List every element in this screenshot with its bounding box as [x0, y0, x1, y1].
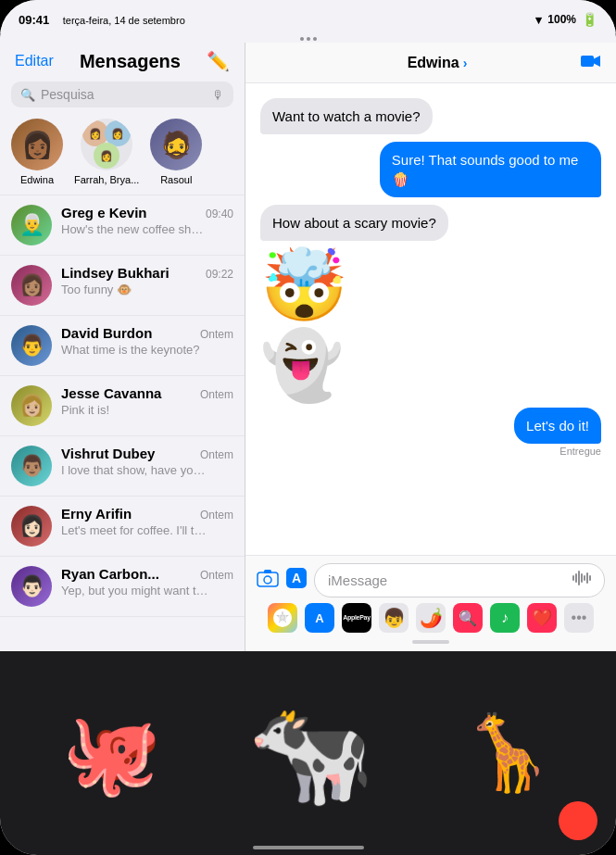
- messages-container: Want to watch a movie? Sure! That sounds…: [245, 83, 616, 555]
- search-strip-button[interactable]: 🔍: [453, 603, 483, 633]
- animoji-octopus[interactable]: 🐙: [62, 713, 161, 793]
- video-call-button[interactable]: [581, 52, 601, 73]
- photos-app-button[interactable]: [268, 603, 297, 633]
- chat-item-greg[interactable]: 👨‍🦳 Greg e Kevin 09:40 How's the new cof…: [0, 195, 245, 256]
- svg-rect-9: [581, 573, 583, 583]
- music-button[interactable]: ♪: [490, 603, 520, 633]
- pinned-contact-edwina[interactable]: 👩🏾 Edwina: [11, 119, 63, 185]
- chat-header-center[interactable]: Edwina ›: [408, 55, 468, 71]
- chat-area: Edwina › Want to watch a movie? Sure! Th…: [245, 43, 616, 651]
- more-apps-button[interactable]: •••: [564, 603, 594, 633]
- chat-time-vishrut: Ontem: [200, 448, 233, 461]
- memoji-button[interactable]: 👦: [379, 603, 409, 633]
- input-area: A iMessage: [245, 555, 616, 651]
- chat-item-erny[interactable]: 👩🏻 Erny Arifin Ontem Let's meet for coff…: [0, 497, 245, 557]
- avatar-erny: 👩🏻: [11, 506, 52, 547]
- chat-preview-ryan: Yep, but you might want to make it a sur…: [61, 584, 209, 597]
- svg-rect-6: [572, 575, 574, 581]
- chat-item-lindsey[interactable]: 👩🏽 Lindsey Bukhari 09:22 Too funny 🐵: [0, 256, 245, 316]
- memoji2-button[interactable]: 🌶️: [416, 603, 446, 633]
- avatar-group: 👩 👩 👩: [81, 119, 132, 170]
- chat-item-jesse[interactable]: 👩🏼 Jesse Cavanna Ontem Pink it is!: [0, 376, 245, 436]
- camera-button[interactable]: [257, 569, 279, 593]
- chat-preview-erny: Let's meet for coffee. I'll tell you all…: [61, 523, 209, 537]
- search-input[interactable]: Pesquisa: [41, 87, 207, 102]
- home-indicator: [253, 846, 364, 849]
- chat-info-david: David Burdon Ontem What time is the keyn…: [61, 325, 233, 357]
- contact-name-group: Farrah, Brya...: [74, 174, 139, 185]
- mic-icon[interactable]: 🎙: [212, 88, 224, 102]
- chat-time-david: Ontem: [200, 328, 233, 341]
- input-row: A iMessage: [257, 563, 605, 597]
- chat-info-jesse: Jesse Cavanna Ontem Pink it is!: [61, 385, 233, 417]
- avatar-vishrut: 👨🏽: [11, 446, 52, 486]
- chat-info-erny: Erny Arifin Ontem Let's meet for coffee.…: [61, 506, 233, 537]
- svg-rect-11: [586, 572, 588, 584]
- health-button[interactable]: ❤️: [527, 603, 557, 633]
- input-placeholder: iMessage: [328, 572, 572, 588]
- pinned-contacts: 👩🏾 Edwina 👩 👩 👩 Farrah, Brya... 🧔 Rasoul: [0, 115, 245, 195]
- bubble-received-2: How about a scary movie?: [260, 205, 448, 241]
- wifi-icon: ▾: [535, 13, 542, 27]
- message-want-movie: Want to watch a movie?: [260, 98, 601, 134]
- chat-preview-lindsey: Too funny 🐵: [61, 283, 209, 296]
- chat-name-jesse: Jesse Cavanna: [61, 385, 161, 401]
- pinned-contact-rasoul[interactable]: 🧔 Rasoul: [150, 119, 202, 185]
- edit-button[interactable]: Editar: [15, 53, 54, 69]
- chat-list: 👨‍🦳 Greg e Kevin 09:40 How's the new cof…: [0, 195, 245, 651]
- contact-name-edwina: Edwina: [20, 174, 54, 185]
- avatar-edwina: 👩🏾: [11, 119, 63, 170]
- chat-preview-greg: How's the new coffee shop by you guys?: [61, 222, 209, 236]
- chat-header: Edwina ›: [245, 43, 616, 83]
- chat-info-ryan: Ryan Carbon... Ontem Yep, but you might …: [61, 566, 233, 597]
- message-sticker-ghost: 👻: [260, 330, 601, 400]
- animoji-giraffe[interactable]: 🦒: [461, 716, 554, 790]
- chat-name-lindsey: Lindsey Bukhari: [61, 265, 170, 281]
- chat-name-ryan: Ryan Carbon...: [61, 566, 159, 582]
- drag-indicator: [0, 33, 616, 43]
- chat-item-vishrut[interactable]: 👨🏽 Vishrut Dubey Ontem I love that show,…: [0, 436, 245, 497]
- animoji-cow[interactable]: 🐄: [247, 702, 374, 804]
- sticker-ghost: 👻: [260, 330, 344, 400]
- search-icon: 🔍: [20, 88, 35, 102]
- message-scary-movie: How about a scary movie?: [260, 205, 601, 241]
- svg-rect-10: [584, 575, 585, 581]
- chat-preview-vishrut: I love that show, have you seen the late…: [61, 463, 209, 477]
- bubble-sent-2: Let's do it!: [514, 408, 601, 444]
- chat-time-greg: 09:40: [206, 207, 233, 220]
- applepay-button[interactable]: ApplePay: [342, 603, 371, 633]
- chat-time-jesse: Ontem: [200, 388, 233, 401]
- bubble-sent-1: Sure! That sounds good to me 🍿: [380, 142, 601, 197]
- avatar-david: 👨: [11, 325, 52, 366]
- status-time: 09:41 terça-feira, 14 de setembro: [19, 13, 185, 27]
- chat-preview-jesse: Pink it is!: [61, 403, 209, 417]
- avatar-rasoul: 🧔: [150, 119, 202, 170]
- chat-contact-name: Edwina: [408, 55, 459, 71]
- delivery-status: Entregue: [559, 446, 601, 457]
- status-indicators: ▾ 100% 🔋: [535, 12, 597, 27]
- animoji-panel: 🐙 🐄 🦒: [0, 651, 616, 855]
- avatar-greg: 👨‍🦳: [11, 205, 52, 245]
- chat-info-lindsey: Lindsey Bukhari 09:22 Too funny 🐵: [61, 265, 233, 296]
- compose-button[interactable]: ✏️: [207, 50, 230, 72]
- svg-text:A: A: [315, 611, 324, 625]
- message-sticker-shocked: 🤯: [260, 248, 601, 322]
- chat-time-erny: Ontem: [200, 509, 233, 522]
- sticker-shocked: 🤯: [260, 248, 348, 322]
- avatar-jesse: 👩🏼: [11, 385, 52, 426]
- chat-item-david[interactable]: 👨 David Burdon Ontem What time is the ke…: [0, 316, 245, 376]
- appstore-strip-button[interactable]: A: [305, 603, 334, 633]
- record-button[interactable]: [559, 801, 597, 840]
- avatar-lindsey: 👩🏽: [11, 265, 52, 306]
- search-bar[interactable]: 🔍 Pesquisa 🎙: [11, 82, 233, 107]
- svg-rect-7: [575, 573, 577, 583]
- battery-label: 100%: [547, 13, 576, 26]
- message-input[interactable]: iMessage: [314, 563, 605, 597]
- sidebar-header: Editar Mensagens ✏️: [0, 43, 245, 78]
- pinned-contact-group[interactable]: 👩 👩 👩 Farrah, Brya...: [74, 119, 139, 185]
- chat-item-ryan[interactable]: 👨🏻 Ryan Carbon... Ontem Yep, but you mig…: [0, 557, 245, 617]
- svg-text:A: A: [292, 571, 301, 585]
- chat-info-greg: Greg e Kevin 09:40 How's the new coffee …: [61, 205, 233, 236]
- chat-time-ryan: Ontem: [200, 569, 233, 582]
- appstore-button[interactable]: A: [286, 568, 307, 594]
